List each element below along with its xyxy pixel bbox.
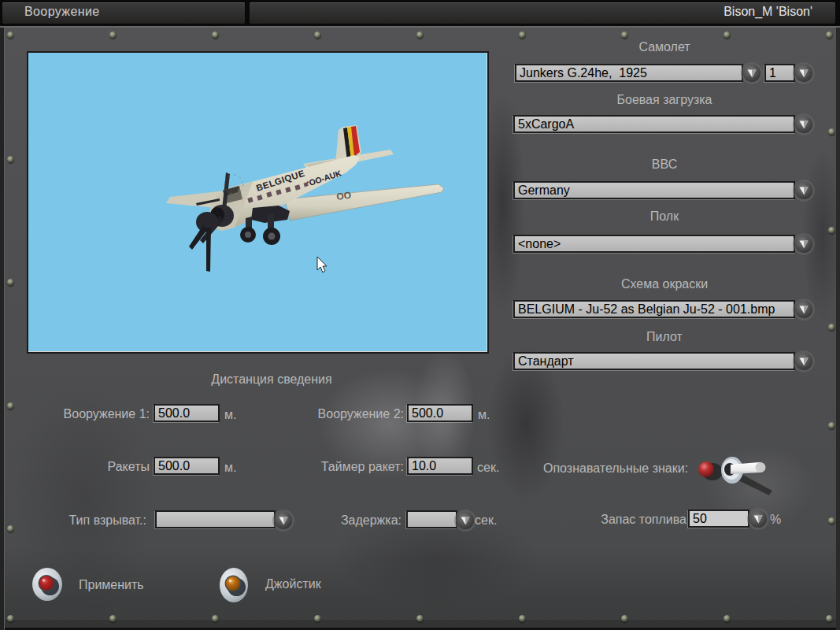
svg-text:OO: OO <box>336 190 352 202</box>
